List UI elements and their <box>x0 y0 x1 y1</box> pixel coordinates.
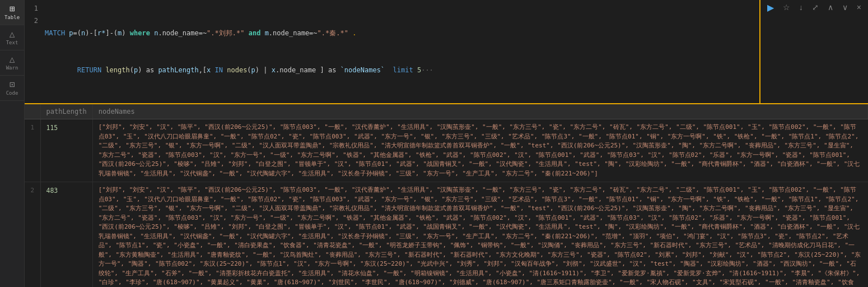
sidebar-label-table: Table <box>4 15 20 20</box>
code-icon: ⊡ <box>10 80 15 89</box>
table-header-row: pathLength nodeNames <box>25 104 868 119</box>
node-names-cell: ["刘邦", "刘安", "汉", "陈平", "西汉(前206~公元25)",… <box>92 119 867 182</box>
star-button[interactable]: ☆ <box>781 2 792 12</box>
line-number-1: 1 <box>25 2 38 15</box>
results-table[interactable]: pathLength nodeNames 1115["刘邦", "刘安", "汉… <box>25 104 868 287</box>
results-area: pathLength nodeNames 1115["刘邦", "刘安", "汉… <box>25 104 868 287</box>
download-button[interactable]: ↓ <box>797 2 805 12</box>
text-icon: △ <box>10 30 15 39</box>
sidebar-item-warn[interactable]: △ Warn <box>0 50 24 76</box>
code-line-2: RETURN length(p) as pathLength,[x IN nod… <box>45 64 755 76</box>
editor-toolbar: ▶ ☆ ↓ ⤢ ∧ ∨ × <box>759 0 868 103</box>
warn-icon: △ <box>10 55 15 64</box>
node-names-cell: ["刘邦", "刘安", "汉", "陈平", "西汉(前206~公元25)",… <box>92 182 867 288</box>
table-icon: ⊞ <box>10 4 15 13</box>
run-button[interactable]: ▶ <box>765 2 776 13</box>
line-numbers: 1 2 <box>25 0 40 103</box>
sidebar-item-text[interactable]: △ Text <box>0 25 24 50</box>
chevron-up-button[interactable]: ∧ <box>825 2 836 12</box>
row-index-header <box>25 104 40 119</box>
sidebar-item-table[interactable]: ⊞ Table <box>0 0 24 25</box>
table-row: 2483["刘邦", "刘安", "汉", "陈平", "西汉(前206~公元2… <box>25 182 868 288</box>
path-length-cell: 483 <box>40 182 92 288</box>
path-length-cell: 115 <box>40 119 92 182</box>
code-line-1: MATCH p=(n)-[r*]-(m) where n.node_name=~… <box>45 27 755 39</box>
main-content: 1 2 MATCH p=(n)-[r*]-(m) where n.node_na… <box>25 0 868 287</box>
close-button[interactable]: × <box>855 2 864 12</box>
sidebar-label-code: Code <box>6 90 18 96</box>
expand-button[interactable]: ⤢ <box>810 2 821 12</box>
data-table: pathLength nodeNames 1115["刘邦", "刘安", "汉… <box>25 104 868 287</box>
line-number-2: 2 <box>25 15 38 27</box>
path-length-header: pathLength <box>40 104 92 119</box>
row-index-cell: 2 <box>25 182 40 288</box>
code-editor[interactable]: MATCH p=(n)-[r*]-(m) where n.node_name=~… <box>40 0 759 103</box>
sidebar-item-code[interactable]: ⊡ Code <box>0 76 24 101</box>
sidebar: ⊞ Table △ Text △ Warn ⊡ Code <box>0 0 25 287</box>
editor-area: 1 2 MATCH p=(n)-[r*]-(m) where n.node_na… <box>25 0 868 104</box>
table-row: 1115["刘邦", "刘安", "汉", "陈平", "西汉(前206~公元2… <box>25 119 868 182</box>
sidebar-label-text: Text <box>6 40 18 45</box>
chevron-down-button[interactable]: ∨ <box>840 2 850 12</box>
row-index-cell: 1 <box>25 119 40 182</box>
node-names-header: nodeNames <box>92 104 867 119</box>
sidebar-label-warn: Warn <box>6 65 18 71</box>
